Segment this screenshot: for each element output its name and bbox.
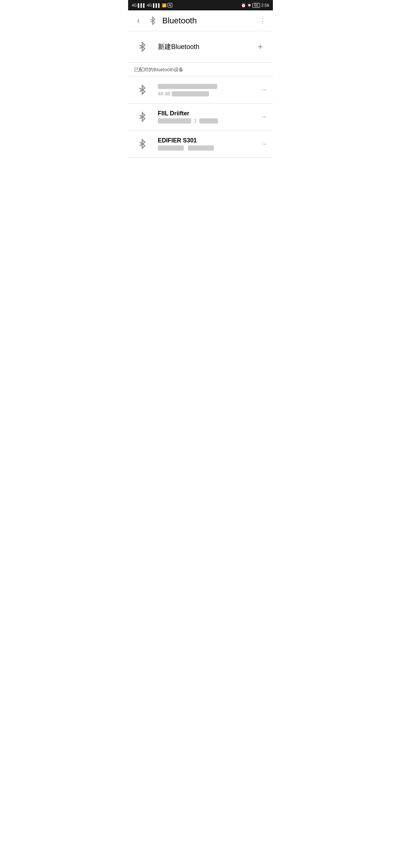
device-1-arrow: → [260,86,267,94]
signal-icon-2: 4G [147,3,152,7]
device-1-name-blurred [158,84,217,89]
back-button[interactable]: ‹ [131,13,146,28]
device-3-arrow: → [260,140,267,148]
new-bluetooth-icon [134,39,150,55]
nfc-icon: N [167,3,172,7]
add-bluetooth-button[interactable]: + [254,40,267,53]
device-3-info: EDIFIER S301 [158,137,257,151]
signal-icon-1: 4G [132,3,137,7]
device-item-2[interactable]: FIIL Driifter 1 → [128,103,273,131]
device-2-address-blurred2 [199,118,218,124]
battery-indicator: 66 [252,3,260,8]
signal-bars-2: ▌▌▌ [153,3,161,7]
more-icon: ⋮ [259,16,267,25]
status-bar: 4G ▌▌▌ 4G ▌▌▌ 📶 N ⏰ ✱ 66 2:56 [128,0,273,10]
bluetooth-status-icon: ✱ [248,3,251,8]
device-1-bluetooth-icon [134,82,150,98]
device-2-name: FIIL Driifter [158,110,257,117]
signal-bars-1: ▌▌▌ [138,3,146,7]
new-bluetooth-row[interactable]: 新建Bluetooth + [128,31,273,63]
device-item-1[interactable]: 48:3B: → [128,76,273,103]
new-bluetooth-label: 新建Bluetooth [158,42,254,51]
paired-devices-section-title: 已配对的Bluetooth设备 [128,63,273,76]
device-3-bluetooth-icon [134,136,150,152]
status-left: 4G ▌▌▌ 4G ▌▌▌ 📶 N [132,3,172,7]
device-1-info: 48:3B: [158,83,257,97]
device-2-address: 1 [158,118,257,124]
device-3-address [158,145,257,151]
page-title: Bluetooth [159,16,255,26]
alarm-icon: ⏰ [241,3,246,8]
device-3-address-blurred2 [188,145,214,151]
device-2-arrow: → [260,113,267,121]
more-options-button[interactable]: ⋮ [255,13,270,28]
device-3-name: EDIFIER S301 [158,137,257,144]
device-1-address-blurred [172,91,209,96]
back-icon: ‹ [137,16,140,26]
content-area: 新建Bluetooth + 已配对的Bluetooth设备 48:3B: → [128,31,273,158]
clock: 2:56 [261,3,269,7]
wifi-icon: 📶 [162,3,166,7]
device-3-address-blurred1 [158,145,184,151]
device-1-name [158,83,257,90]
status-right: ⏰ ✱ 66 2:56 [241,3,269,8]
device-item-3[interactable]: EDIFIER S301 → [128,131,273,158]
device-1-address: 48:3B: [158,91,257,97]
device-2-address-blurred1 [158,118,191,124]
device-2-info: FIIL Driifter 1 [158,110,257,124]
device-2-bluetooth-icon [134,109,150,125]
toolbar: ‹ Bluetooth ⋮ [128,10,273,31]
toolbar-bluetooth-icon [146,14,159,27]
